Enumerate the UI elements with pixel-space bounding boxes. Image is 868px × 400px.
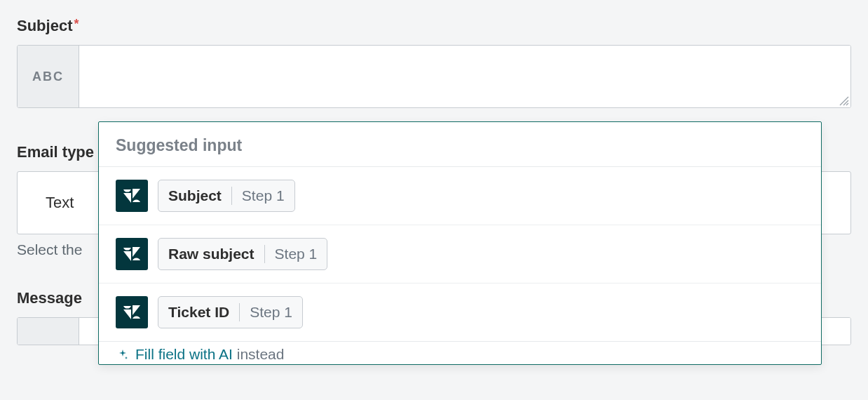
fill-with-ai-link[interactable]: Fill field with AI xyxy=(135,346,233,362)
dropdown-item-raw-subject[interactable]: Raw subject Step 1 xyxy=(99,225,821,284)
subject-prefix-badge: ABC xyxy=(18,46,79,107)
chip: Raw subject Step 1 xyxy=(158,238,327,270)
email-type-value: Text xyxy=(46,194,74,212)
zendesk-icon xyxy=(116,180,148,212)
chip-label: Raw subject xyxy=(158,246,264,262)
chip: Subject Step 1 xyxy=(158,180,295,212)
zendesk-icon xyxy=(116,238,148,270)
subject-field-group: Subject* ABC xyxy=(17,17,851,108)
chip-step: Step 1 xyxy=(265,246,327,262)
dropdown-item-subject[interactable]: Subject Step 1 xyxy=(99,167,821,225)
dropdown-footer[interactable]: Fill field with AI instead xyxy=(99,341,821,364)
chip-label: Ticket ID xyxy=(158,304,239,321)
required-asterisk: * xyxy=(74,17,79,31)
subject-input[interactable] xyxy=(79,46,850,107)
fill-with-ai-suffix: instead xyxy=(237,346,285,362)
chip-step: Step 1 xyxy=(240,304,302,321)
chip-label: Subject xyxy=(158,187,231,204)
dropdown-heading: Suggested input xyxy=(99,122,821,167)
message-label: Message xyxy=(17,289,82,307)
subject-input-row: ABC xyxy=(17,45,851,108)
zendesk-icon xyxy=(116,296,148,328)
chip: Ticket ID Step 1 xyxy=(158,296,303,328)
email-type-label: Email type xyxy=(17,143,94,161)
dropdown-item-ticket-id[interactable]: Ticket ID Step 1 xyxy=(99,284,821,341)
dropdown-list: Subject Step 1 Raw subject Step 1 Ticket… xyxy=(99,167,821,341)
chip-step: Step 1 xyxy=(232,187,294,204)
subject-label: Subject xyxy=(17,17,72,35)
suggested-input-dropdown: Suggested input Subject Step 1 Raw subje… xyxy=(98,121,822,365)
sparkle-icon xyxy=(116,347,130,361)
message-prefix-badge xyxy=(18,318,79,345)
